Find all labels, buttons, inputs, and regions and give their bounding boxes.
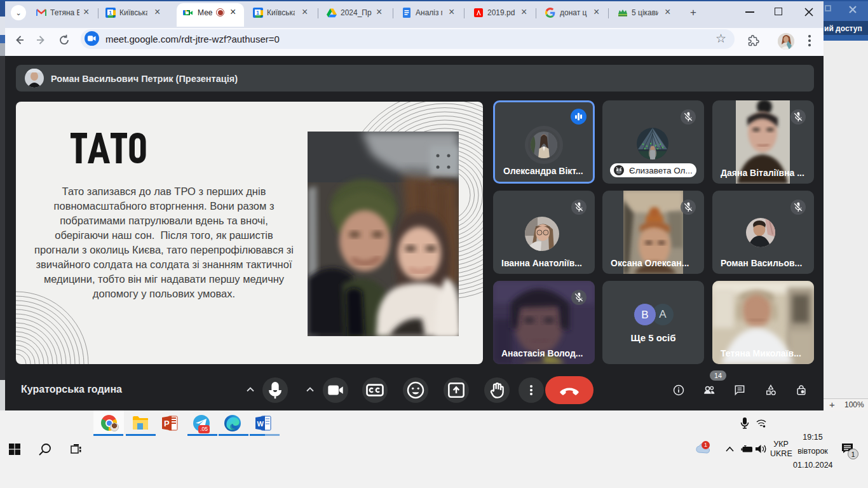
svg-text:1: 1 xyxy=(109,10,112,16)
svg-text:W: W xyxy=(257,420,264,428)
svg-text:P: P xyxy=(164,419,170,428)
svg-text:1: 1 xyxy=(256,10,259,16)
